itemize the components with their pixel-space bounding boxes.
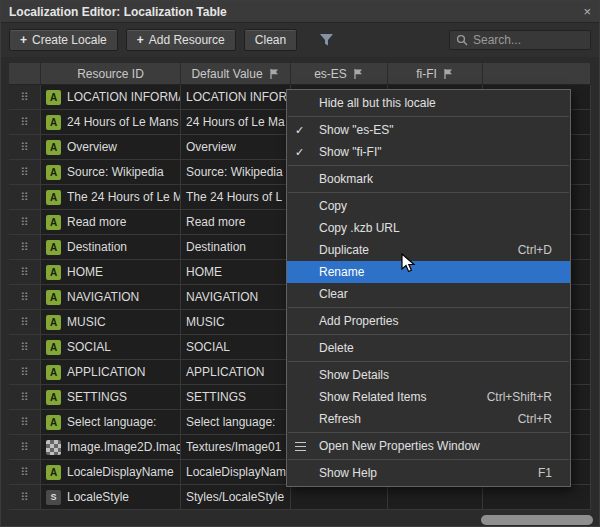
horizontal-scrollbar[interactable] [481,515,593,525]
menu-item-clear[interactable]: Clear [287,283,570,305]
menu-item-label: Hide all but this locale [319,96,532,110]
header-es-es[interactable]: es-ES [291,63,388,84]
header-resource-id-label: Resource ID [77,67,144,81]
search-input[interactable] [473,33,584,47]
drag-handle[interactable]: ⠿ [9,335,41,359]
menu-item-add-properties[interactable]: Add Properties [287,310,570,332]
menu-item-show-details[interactable]: Show Details [287,364,570,386]
default-value-text: Styles/LocaleStyle [186,490,284,504]
es-es-cell [291,485,388,509]
drag-handle[interactable]: ⠿ [9,160,41,184]
drag-handle[interactable]: ⠿ [9,485,41,509]
table-row[interactable]: ⠿SLocaleStyleStyles/LocaleStyle [9,485,591,510]
create-locale-button[interactable]: + Create Locale [9,29,118,51]
drag-handle[interactable]: ⠿ [9,185,41,209]
menu-item-open-new-properties-window[interactable]: Open New Properties Window [287,435,570,457]
header-resource-id[interactable]: Resource ID [41,63,181,84]
add-resource-button[interactable]: + Add Resource [126,29,236,51]
menu-separator [288,334,569,335]
menu-item-show-related-items[interactable]: Show Related ItemsCtrl+Shift+R [287,386,570,408]
resource-id-cell: ASource: Wikipedia [41,160,181,184]
menu-item-copy-kzb-url[interactable]: Copy .kzb URL [287,217,570,239]
text-resource-icon: A [46,190,61,205]
resource-id-text: APPLICATION [67,365,145,379]
menu-item-rename[interactable]: Rename [287,261,570,283]
default-value-cell: SETTINGS [181,385,291,409]
resource-id-cell: ALOCATION INFORMAT [41,85,181,109]
resource-id-text: NAVIGATION [67,290,139,304]
text-resource-icon: A [46,415,61,430]
drag-handle[interactable]: ⠿ [9,460,41,484]
fi-fi-cell [388,485,483,509]
drag-handle[interactable]: ⠿ [9,85,41,109]
default-value-text: Textures/Image01 [186,440,281,454]
resource-id-text: LocaleStyle [67,490,129,504]
resource-id-cell: ARead more [41,210,181,234]
resource-id-text: SOCIAL [67,340,111,354]
resource-id-cell: ALocaleDisplayName [41,460,181,484]
menu-item-label: Rename [319,265,532,279]
titlebar: Localization Editor: Localization Table … [1,1,599,23]
drag-handle-icon: ⠿ [20,316,28,329]
menu-item-label: Show Details [319,368,532,382]
drag-handle[interactable]: ⠿ [9,110,41,134]
menu-item-show-fi-fi[interactable]: ✓Show "fi-FI" [287,141,570,163]
menu-item-hide-all-but-this-locale[interactable]: Hide all but this locale [287,92,570,114]
default-value-text: Source: Wikipedia [186,165,283,179]
menu-item-show-es-es[interactable]: ✓Show "es-ES" [287,119,570,141]
filler-cell [483,485,591,509]
drag-handle-icon: ⠿ [20,466,28,479]
menu-item-show-help[interactable]: Show HelpF1 [287,462,570,484]
resource-id-cell: ASelect language: [41,410,181,434]
resource-id-text: Overview [67,140,117,154]
text-resource-icon: A [46,165,61,180]
text-resource-icon: A [46,115,61,130]
drag-handle[interactable]: ⠿ [9,260,41,284]
plus-icon: + [137,33,144,47]
header-handle-column[interactable] [9,63,41,84]
resource-id-text: Image.Image2D.Imag [67,440,181,454]
default-value-cell: SOCIAL [181,335,291,359]
resource-id-cell: Image.Image2D.Imag [41,435,181,459]
menu-item-label: Add Properties [319,314,532,328]
filter-icon[interactable] [319,33,334,47]
drag-handle-icon: ⠿ [20,166,28,179]
drag-handle[interactable]: ⠿ [9,410,41,434]
menu-item-duplicate[interactable]: DuplicateCtrl+D [287,239,570,261]
drag-handle[interactable]: ⠿ [9,385,41,409]
menu-item-bookmark[interactable]: Bookmark [287,168,570,190]
search-box[interactable] [449,30,591,50]
close-icon[interactable]: × [583,4,591,19]
default-value-cell: Overview [181,135,291,159]
drag-handle[interactable]: ⠿ [9,285,41,309]
menu-item-delete[interactable]: Delete [287,337,570,359]
menu-item-refresh[interactable]: RefreshCtrl+R [287,408,570,430]
drag-handle-icon: ⠿ [20,291,28,304]
drag-handle[interactable]: ⠿ [9,435,41,459]
default-value-text: APPLICATION [186,365,264,379]
resource-id-cell: ASETTINGS [41,385,181,409]
drag-handle[interactable]: ⠿ [9,235,41,259]
clean-button[interactable]: Clean [244,29,297,51]
resource-id-text: The 24 Hours of Le M [67,190,181,204]
resource-id-text: Read more [67,215,126,229]
menu-item-shortcut: Ctrl+D [518,243,552,257]
drag-handle[interactable]: ⠿ [9,210,41,234]
create-locale-label: Create Locale [32,33,107,47]
resource-id-cell: ANAVIGATION [41,285,181,309]
text-resource-icon: A [46,215,61,230]
menu-item-copy[interactable]: Copy [287,195,570,217]
drag-handle[interactable]: ⠿ [9,310,41,334]
header-fi-fi[interactable]: fi-FI [388,63,483,84]
drag-handle[interactable]: ⠿ [9,135,41,159]
default-value-cell: NAVIGATION [181,285,291,309]
menu-item-label: Delete [319,341,532,355]
text-resource-icon: A [46,265,61,280]
resource-id-cell: SLocaleStyle [41,485,181,509]
menu-separator [288,192,569,193]
default-value-cell: The 24 Hours of L [181,185,291,209]
default-value-text: MUSIC [186,315,225,329]
header-default-value[interactable]: Default Value [181,63,291,84]
drag-handle-icon: ⠿ [20,441,28,454]
drag-handle[interactable]: ⠿ [9,360,41,384]
